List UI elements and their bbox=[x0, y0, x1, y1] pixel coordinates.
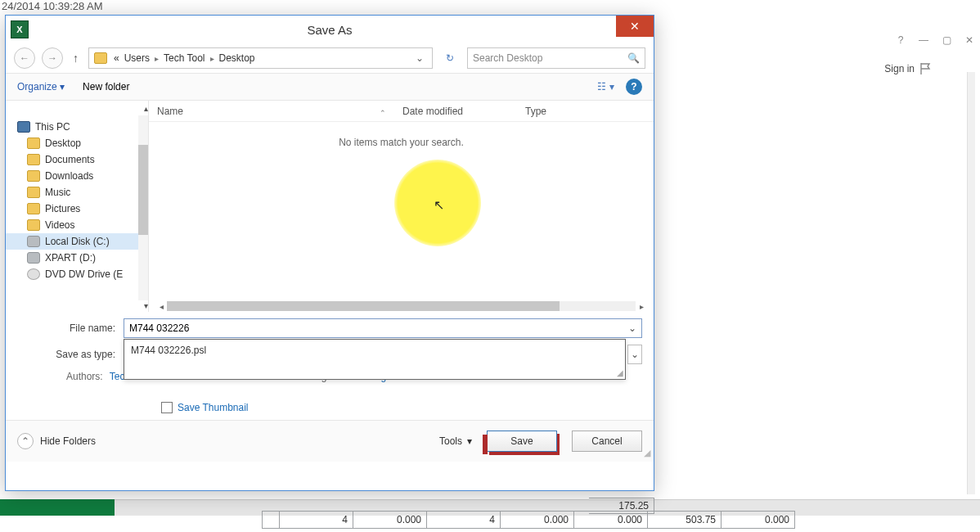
save-button[interactable]: Save bbox=[487, 431, 557, 452]
address-dropdown[interactable]: ⌄ bbox=[412, 52, 427, 64]
help-button[interactable]: ? bbox=[626, 79, 642, 95]
cursor-icon: ↖ bbox=[434, 197, 444, 213]
nav-music[interactable]: Music bbox=[6, 184, 148, 201]
cd-icon bbox=[27, 268, 40, 280]
back-button[interactable]: ← bbox=[14, 47, 35, 69]
excel-vertical-scrollbar[interactable] bbox=[967, 72, 975, 494]
folder-icon bbox=[27, 138, 40, 149]
cell[interactable]: 0.000 bbox=[353, 511, 427, 529]
filename-input[interactable]: M744 032226 ⌄ M744 032226.psl ◢ bbox=[124, 318, 642, 338]
search-input[interactable]: Search Desktop 🔍 bbox=[467, 47, 645, 69]
nav-desktop[interactable]: Desktop bbox=[6, 135, 148, 151]
scrollbar-track[interactable] bbox=[167, 301, 636, 311]
column-type[interactable]: Type bbox=[517, 106, 607, 117]
chevron-down-icon: ▾ bbox=[60, 81, 65, 92]
breadcrumb-prefix: « bbox=[114, 52, 119, 64]
cell[interactable]: 503.75 bbox=[648, 511, 722, 529]
nav-label: Documents bbox=[45, 154, 95, 165]
organize-menu[interactable]: Organize ▾ bbox=[17, 81, 65, 92]
disk-icon bbox=[27, 236, 40, 247]
folder-icon bbox=[27, 219, 40, 231]
scrollbar-thumb[interactable] bbox=[167, 301, 560, 311]
chevron-down-icon: ▾ bbox=[609, 81, 614, 92]
filename-value: M744 032226 bbox=[129, 322, 189, 334]
cell[interactable]: 0.000 bbox=[501, 511, 574, 529]
chevron-up-icon: ⌃ bbox=[17, 433, 34, 449]
nav-scrollbar-thumb[interactable] bbox=[138, 145, 148, 235]
chevron-right-icon[interactable]: ▸ bbox=[155, 54, 159, 63]
column-name[interactable]: Name⌃ bbox=[149, 106, 394, 117]
chevron-right-icon[interactable]: ▸ bbox=[210, 54, 214, 63]
forward-button[interactable]: → bbox=[42, 47, 63, 69]
view-options-button[interactable]: ☷ ▾ bbox=[597, 81, 614, 92]
breadcrumb-item[interactable]: Tech Tool bbox=[164, 52, 205, 64]
new-folder-button[interactable]: New folder bbox=[83, 81, 129, 92]
nav-local-disk-c[interactable]: Local Disk (C:) bbox=[6, 233, 148, 250]
dialog-title: Save As bbox=[6, 23, 654, 37]
chevron-down-icon: ▾ bbox=[467, 435, 472, 447]
hide-folders-button[interactable]: ⌃ Hide Folders bbox=[17, 433, 96, 449]
folder-icon bbox=[27, 203, 40, 214]
timestamp: 24/2014 10:39:28 AM bbox=[2, 0, 103, 12]
save-thumbnail-row: Save Thumbnail bbox=[161, 402, 642, 413]
nav-pictures[interactable]: Pictures bbox=[6, 201, 148, 217]
scroll-right-icon[interactable]: ▸ bbox=[636, 300, 647, 312]
folder-icon bbox=[94, 52, 107, 64]
cancel-button[interactable]: Cancel bbox=[572, 431, 642, 452]
horizontal-scrollbar[interactable]: ◂ ▸ bbox=[155, 300, 647, 312]
nav-this-pc[interactable]: This PC bbox=[6, 119, 148, 135]
empty-message: No items match your search. bbox=[149, 137, 654, 148]
cell[interactable]: 0.000 bbox=[574, 511, 648, 529]
organize-toolbar: Organize ▾ New folder ☷ ▾ ? bbox=[6, 73, 654, 101]
cell[interactable]: 4 bbox=[427, 511, 501, 529]
help-icon[interactable]: ? bbox=[893, 33, 908, 47]
saveastype-dropdown-button[interactable]: ⌄ bbox=[627, 345, 642, 364]
saveastype-label: Save as type: bbox=[17, 349, 124, 360]
scroll-up-icon[interactable]: ▴ bbox=[144, 104, 148, 113]
scroll-left-icon[interactable]: ◂ bbox=[155, 300, 167, 312]
filename-autocomplete[interactable]: M744 032226.psl ◢ bbox=[124, 339, 626, 380]
cell[interactable] bbox=[262, 511, 280, 529]
nav-documents[interactable]: Documents bbox=[6, 151, 148, 168]
close-icon[interactable]: ✕ bbox=[962, 33, 977, 47]
refresh-button[interactable]: ↻ bbox=[439, 47, 461, 69]
close-button[interactable]: ✕ bbox=[616, 16, 654, 37]
nav-label: Music bbox=[45, 187, 70, 198]
disk-icon bbox=[27, 252, 40, 264]
save-thumbnail-checkbox[interactable] bbox=[161, 402, 173, 413]
column-date-modified[interactable]: Date modified bbox=[394, 106, 517, 117]
breadcrumb-item[interactable]: Desktop bbox=[219, 52, 255, 64]
tools-menu[interactable]: Tools ▾ bbox=[439, 435, 472, 447]
nav-label: Desktop bbox=[45, 138, 81, 149]
file-list-pane: Name⌃ Date modified Type No items match … bbox=[149, 101, 654, 312]
search-placeholder: Search Desktop bbox=[473, 52, 542, 64]
statusbar-left bbox=[0, 499, 115, 516]
cell[interactable]: 4 bbox=[280, 511, 353, 529]
search-icon: 🔍 bbox=[627, 52, 640, 64]
sheet-row: 4 0.000 4 0.000 0.000 503.75 0.000 bbox=[262, 511, 980, 532]
nav-label: Videos bbox=[45, 219, 74, 231]
column-headers: Name⌃ Date modified Type bbox=[149, 101, 654, 122]
dialog-resize-grip-icon[interactable]: ◢ bbox=[644, 448, 650, 458]
nav-downloads[interactable]: Downloads bbox=[6, 168, 148, 184]
sign-in-link[interactable]: Sign in bbox=[884, 62, 933, 75]
folder-icon bbox=[27, 154, 40, 165]
address-bar[interactable]: « Users ▸ Tech Tool ▸ Desktop ⌄ bbox=[88, 47, 433, 69]
folder-icon bbox=[27, 170, 40, 182]
restore-icon[interactable]: ▢ bbox=[939, 33, 954, 47]
autocomplete-item[interactable]: M744 032226.psl bbox=[131, 345, 206, 356]
nav-videos[interactable]: Videos bbox=[6, 217, 148, 233]
flag-icon bbox=[919, 62, 933, 75]
nav-xpart-d[interactable]: XPART (D:) bbox=[6, 250, 148, 266]
chevron-down-icon[interactable]: ⌄ bbox=[625, 321, 640, 336]
up-button[interactable]: ↑ bbox=[70, 52, 82, 65]
folder-icon bbox=[27, 187, 40, 198]
breadcrumb-item[interactable]: Users bbox=[124, 52, 150, 64]
cell[interactable]: 0.000 bbox=[722, 511, 795, 529]
nav-dvd-drive[interactable]: DVD DW Drive (E bbox=[6, 266, 148, 282]
sort-indicator-icon: ⌃ bbox=[380, 109, 386, 117]
resize-grip-icon[interactable]: ◢ bbox=[617, 368, 623, 377]
nav-label: Local Disk (C:) bbox=[45, 236, 110, 247]
minimize-icon[interactable]: — bbox=[916, 33, 931, 47]
scroll-down-icon[interactable]: ▾ bbox=[144, 301, 148, 310]
